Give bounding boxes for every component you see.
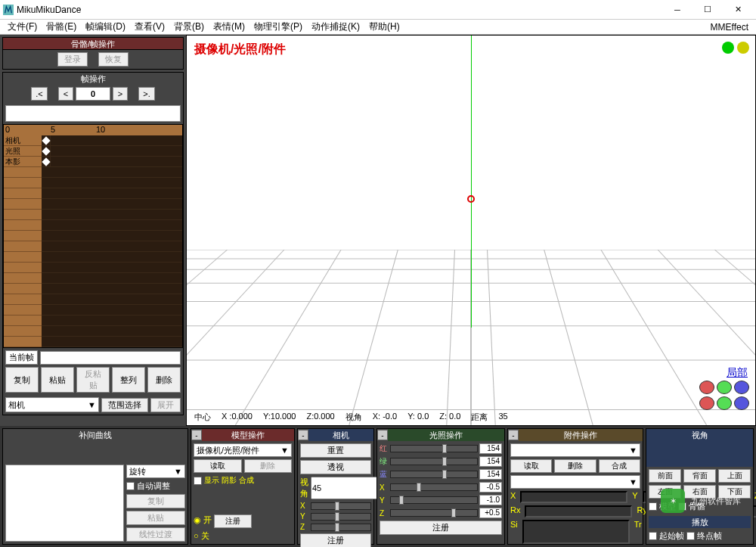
frame-prev-button[interactable]: < xyxy=(58,87,73,101)
jump-edge-prev[interactable]: .< xyxy=(31,87,48,101)
expand-button[interactable]: 展开 xyxy=(150,398,181,412)
menu-view[interactable]: 查看(V) xyxy=(130,19,169,35)
range-column-button[interactable]: 整列 xyxy=(112,367,145,393)
curve-copy-button[interactable]: 复制 xyxy=(126,494,185,508)
copy-button[interactable]: 复制 xyxy=(5,367,39,393)
menu-file[interactable]: 文件(F) xyxy=(3,19,42,35)
acc-x-input[interactable] xyxy=(520,491,627,503)
view-bottom-button[interactable]: 下面 xyxy=(718,485,751,499)
track-labels: 相机 光照 本影 xyxy=(4,135,42,347)
radio-on[interactable]: ◉ 开 xyxy=(194,514,212,528)
3d-viewport[interactable]: 摄像机/光照/附件 局部 中心 X :0.000 Y:10.000 Z:0.00… xyxy=(186,35,756,426)
endframe-checkbox[interactable] xyxy=(686,532,695,540)
auto-checkbox[interactable]: ✓ xyxy=(126,482,135,490)
acc-load-button[interactable]: 读取 xyxy=(510,459,552,473)
acc-select[interactable]: ▼ xyxy=(510,443,640,457)
light-z-slider[interactable] xyxy=(390,509,478,517)
menu-face[interactable]: 表情(M) xyxy=(209,19,249,35)
move-z-icon[interactable] xyxy=(734,396,749,410)
rotate-x-icon[interactable] xyxy=(699,381,714,394)
gizmo-icon[interactable] xyxy=(737,42,749,54)
track-camera[interactable]: 相机 xyxy=(4,135,42,146)
acc-calc-button[interactable]: 合成 xyxy=(599,459,640,473)
modelop-title: 模型操作 xyxy=(202,429,294,441)
move-y-icon[interactable] xyxy=(717,396,732,410)
view-right-button[interactable]: 右面 xyxy=(683,485,716,499)
model-load-button[interactable]: 读取 xyxy=(194,459,242,473)
view-top-button[interactable]: 上面 xyxy=(718,469,751,483)
collapse-icon[interactable]: - xyxy=(298,430,308,440)
curve-editor[interactable] xyxy=(5,465,124,542)
rotate-y-icon[interactable] xyxy=(717,381,732,394)
curve-paste-button[interactable]: 粘贴 xyxy=(126,511,185,525)
acc-si-input[interactable] xyxy=(522,520,630,544)
paste-reverse-button[interactable]: 反粘贴 xyxy=(76,367,110,393)
light-g-slider[interactable] xyxy=(390,458,478,465)
startframe-checkbox[interactable] xyxy=(649,532,657,540)
rotate-z-icon[interactable] xyxy=(734,381,749,394)
gizmo-icon[interactable] xyxy=(722,42,734,54)
model-delete-button[interactable]: 删除 xyxy=(244,459,293,473)
light-register-button[interactable]: 注册 xyxy=(380,521,502,535)
display-checkbox[interactable] xyxy=(194,477,202,485)
acc-parent-select[interactable]: ▼ xyxy=(510,475,640,489)
bone-visible-checkbox[interactable] xyxy=(678,502,686,511)
jump-edge-next[interactable]: >. xyxy=(138,87,155,101)
register-button[interactable]: 登录 xyxy=(57,52,88,67)
range-select-button[interactable]: 范围选择 xyxy=(101,398,148,412)
light-x-slider[interactable] xyxy=(390,483,478,491)
track-light[interactable]: 光照 xyxy=(4,146,42,157)
menu-physics[interactable]: 物理引擎(P) xyxy=(249,19,307,35)
camera-reset-button[interactable]: 重置 xyxy=(300,443,371,458)
cam-x-slider[interactable] xyxy=(311,502,371,510)
keyframe-icon[interactable] xyxy=(42,157,50,166)
acc-rx-input[interactable] xyxy=(525,505,632,517)
linear-button[interactable]: 线性过渡 xyxy=(126,527,185,542)
light-r-slider[interactable] xyxy=(390,445,478,452)
timeline-ruler[interactable]: 0 5 10 xyxy=(4,125,182,135)
view-back-button[interactable]: 背面 xyxy=(683,469,716,483)
local-mode-toggle[interactable]: 局部 xyxy=(727,366,748,380)
minimize-button[interactable]: ─ xyxy=(662,2,692,18)
close-button[interactable]: ✕ xyxy=(723,2,753,18)
playback-title: 播放 xyxy=(649,516,751,528)
collapse-icon[interactable]: - xyxy=(191,430,202,440)
curve-mode-select[interactable]: 旋转▼ xyxy=(126,465,185,478)
timeline-grid[interactable] xyxy=(42,135,182,347)
view-front-button[interactable]: 前面 xyxy=(649,469,681,483)
light-y-slider[interactable] xyxy=(390,496,478,504)
menu-help[interactable]: 帮助(H) xyxy=(364,19,404,35)
menu-frame[interactable]: 帧编辑(D) xyxy=(81,19,130,35)
revert-button[interactable]: 恢复 xyxy=(98,52,129,67)
collapse-icon[interactable]: - xyxy=(508,430,519,440)
cam-z-slider[interactable] xyxy=(311,524,371,531)
view-left-button[interactable]: 左面 xyxy=(649,485,681,499)
model-target-select[interactable]: 摄像机/光照/附件▼ xyxy=(194,443,292,457)
light-title: 光照操作 xyxy=(388,429,504,441)
cam-y-slider[interactable] xyxy=(311,513,371,521)
perspective-button[interactable]: 透视 xyxy=(300,460,371,474)
maximize-button[interactable]: ☐ xyxy=(692,2,723,18)
current-frame-input[interactable] xyxy=(40,351,181,365)
move-x-icon[interactable] xyxy=(699,396,714,410)
keyframe-icon[interactable] xyxy=(42,147,50,155)
modelop-register-button[interactable]: 注册 xyxy=(214,514,252,528)
menu-bg[interactable]: 背景(B) xyxy=(169,19,209,35)
model-select[interactable]: 相机▼ xyxy=(5,397,99,412)
menu-mmeffect[interactable]: MMEffect xyxy=(706,20,753,34)
track-shadow[interactable]: 本影 xyxy=(4,157,42,167)
menu-bone[interactable]: 骨骼(E) xyxy=(42,19,81,35)
light-b-slider[interactable] xyxy=(390,471,478,478)
delete-button[interactable]: 删除 xyxy=(147,367,181,393)
radio-off[interactable]: ○ 关 xyxy=(194,530,209,542)
bone-name-field[interactable] xyxy=(5,105,181,122)
menu-mocap[interactable]: 动作捕捉(K) xyxy=(307,19,364,35)
collapse-icon[interactable]: - xyxy=(377,430,388,440)
paste-button[interactable]: 粘贴 xyxy=(41,367,74,393)
model-visible-checkbox[interactable] xyxy=(649,502,657,511)
frame-value-input[interactable]: 0 xyxy=(76,87,110,101)
camera-register-button[interactable]: 注册 xyxy=(300,533,371,547)
frame-next-button[interactable]: > xyxy=(113,87,128,101)
acc-delete-button[interactable]: 删除 xyxy=(554,459,596,473)
keyframe-icon[interactable] xyxy=(42,136,50,145)
